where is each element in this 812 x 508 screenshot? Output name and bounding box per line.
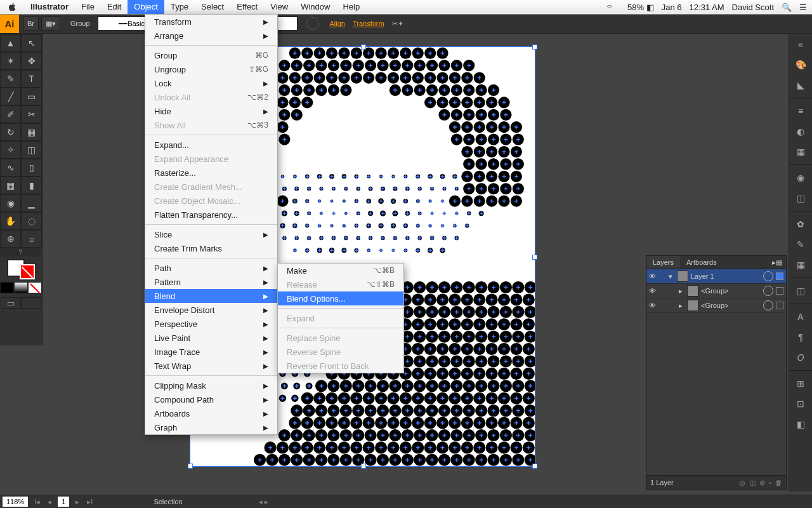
menu-item[interactable]: Flatten Transparency...	[145, 208, 277, 222]
tool-button[interactable]: ⌕	[21, 230, 42, 248]
tool-button[interactable]: ⊕	[0, 230, 21, 248]
menu-item[interactable]: Group⌘G	[145, 48, 277, 62]
align-panel-icon[interactable]: ⊞	[789, 373, 812, 394]
tool-help-icon[interactable]: ?	[0, 248, 41, 257]
expand-dock-icon[interactable]: «	[789, 34, 812, 55]
apple-menu[interactable]	[6, 1, 18, 13]
menu-item[interactable]: Transform▶	[145, 15, 277, 29]
tool-button[interactable]: ▭	[21, 88, 42, 105]
new-sublayer-icon[interactable]: ⊕	[759, 479, 765, 487]
target-icon[interactable]	[763, 271, 773, 281]
fill-stroke-swatch[interactable]	[7, 259, 35, 279]
gradient-mode[interactable]	[14, 282, 28, 293]
brushes-panel-icon[interactable]: ✎	[789, 234, 812, 255]
menu-item[interactable]: Path▶	[145, 261, 277, 275]
recolor-icon[interactable]	[306, 17, 319, 30]
tool-button[interactable]: ✶	[0, 52, 21, 70]
change-screen[interactable]	[21, 297, 41, 309]
menu-item[interactable]: Compound Path▶	[145, 392, 277, 406]
artboard-nav-next[interactable]: ▸	[72, 498, 83, 506]
delete-layer-icon[interactable]: 🗑	[775, 479, 782, 487]
transform-panel-icon[interactable]: ⊡	[789, 394, 812, 414]
artboard-nav-last[interactable]: ▸I	[83, 498, 96, 506]
menu-item[interactable]: Text Wrap▶	[145, 359, 277, 373]
menu-help[interactable]: Help	[336, 0, 366, 14]
tool-button[interactable]: ▦	[0, 177, 21, 194]
menu-item[interactable]: Expand...	[145, 138, 277, 152]
appearance-panel-icon[interactable]: ◉	[789, 168, 812, 188]
locate-icon[interactable]: ◎	[739, 479, 745, 487]
tool-button[interactable]: ◌	[21, 212, 42, 230]
gradient-panel-icon[interactable]: ◐	[789, 121, 812, 142]
notifications-icon[interactable]: ☰	[799, 3, 807, 12]
menu-window[interactable]: Window	[294, 0, 336, 14]
menu-object[interactable]: Object	[128, 0, 164, 14]
tool-button[interactable]: ✧	[0, 141, 21, 159]
menu-item[interactable]: Ungroup⇧⌘G	[145, 62, 277, 76]
menu-item[interactable]: Slice▶	[145, 227, 277, 241]
tool-button[interactable]: ✋	[0, 212, 21, 230]
menu-edit[interactable]: Edit	[101, 0, 128, 14]
menu-type[interactable]: Type	[164, 0, 195, 14]
transparency-panel-icon[interactable]: ▦	[789, 142, 812, 162]
tool-button[interactable]: ▁	[21, 194, 42, 212]
tool-button[interactable]: ▲	[0, 34, 21, 52]
menu-item[interactable]: Arrange▶	[145, 29, 277, 43]
layer-row[interactable]: 👁▸<Group>	[646, 284, 786, 298]
panel-menu-icon[interactable]: ▸▤	[768, 258, 786, 267]
menu-effect[interactable]: Effect	[230, 0, 264, 14]
bridge-button[interactable]: Br	[23, 17, 39, 30]
menu-item[interactable]: Make⌥⌘B	[278, 264, 403, 277]
visibility-icon[interactable]: 👁	[646, 302, 658, 309]
status-scroll[interactable]: ◂ ▸	[259, 498, 268, 506]
zoom-field[interactable]: 118%	[3, 497, 28, 507]
artboard-number[interactable]: 1	[58, 497, 69, 507]
menu-view[interactable]: View	[264, 0, 294, 14]
tool-button[interactable]: ✎	[0, 70, 21, 88]
layer-row[interactable]: 👁▾Layer 1	[646, 269, 786, 284]
tool-button[interactable]: ✂	[21, 105, 42, 123]
tool-button[interactable]: ╱	[0, 88, 21, 105]
menu-select[interactable]: Select	[195, 0, 230, 14]
align-link[interactable]: Align	[329, 20, 344, 27]
disclosure-icon[interactable]: ▾	[667, 272, 674, 281]
target-icon[interactable]	[763, 300, 773, 311]
isolate-icon[interactable]: ✂✦	[392, 20, 403, 28]
menu-item[interactable]: Image Trace▶	[145, 345, 277, 359]
character-panel-icon[interactable]: A	[789, 307, 812, 327]
color-panel-icon[interactable]: 🎨	[789, 55, 812, 75]
menu-item[interactable]: Blend▶	[145, 289, 277, 303]
color-mode[interactable]	[0, 282, 14, 293]
artboard-nav-prev[interactable]: ◂	[44, 498, 55, 506]
tool-button[interactable]: ∿	[0, 159, 21, 177]
paragraph-panel-icon[interactable]: ¶	[789, 327, 812, 347]
menu-item[interactable]: Envelope Distort▶	[145, 303, 277, 317]
menu-item[interactable]: Graph▶	[145, 420, 277, 434]
target-icon[interactable]	[763, 286, 773, 296]
menu-item[interactable]: Lock▶	[145, 76, 277, 90]
layers-shortcut-icon[interactable]: ◫	[789, 281, 812, 301]
arrange-docs-button[interactable]: ▦▾	[41, 17, 60, 30]
tool-button[interactable]: ✥	[21, 52, 42, 70]
stroke-swatch[interactable]	[20, 264, 35, 279]
transform-link[interactable]: Transform	[353, 20, 384, 27]
menu-app[interactable]: Illustrator	[24, 0, 75, 14]
tool-button[interactable]: ◫	[21, 141, 42, 159]
menu-item[interactable]: Live Paint▶	[145, 331, 277, 345]
none-mode[interactable]	[28, 282, 42, 293]
tool-button[interactable]: ✐	[0, 105, 21, 123]
color-guide-icon[interactable]: ◣	[789, 75, 812, 95]
pathfinder-panel-icon[interactable]: ◧	[789, 414, 812, 434]
menu-file[interactable]: File	[75, 0, 101, 14]
stroke-panel-icon[interactable]: ≡	[789, 101, 812, 121]
tab-artboards[interactable]: Artboards	[680, 256, 723, 269]
graphic-styles-icon[interactable]: ◫	[789, 188, 812, 208]
tool-button[interactable]: ◉	[0, 194, 21, 212]
tool-button[interactable]: ↖	[21, 34, 42, 52]
make-clip-icon[interactable]: ◫	[749, 479, 756, 487]
artboard-nav-first[interactable]: I◂	[30, 498, 44, 506]
opentype-panel-icon[interactable]: O	[789, 347, 812, 368]
screen-mode[interactable]: ▭	[1, 297, 21, 309]
swatches-panel-icon[interactable]: ▦	[789, 255, 812, 275]
visibility-icon[interactable]: 👁	[646, 287, 658, 295]
